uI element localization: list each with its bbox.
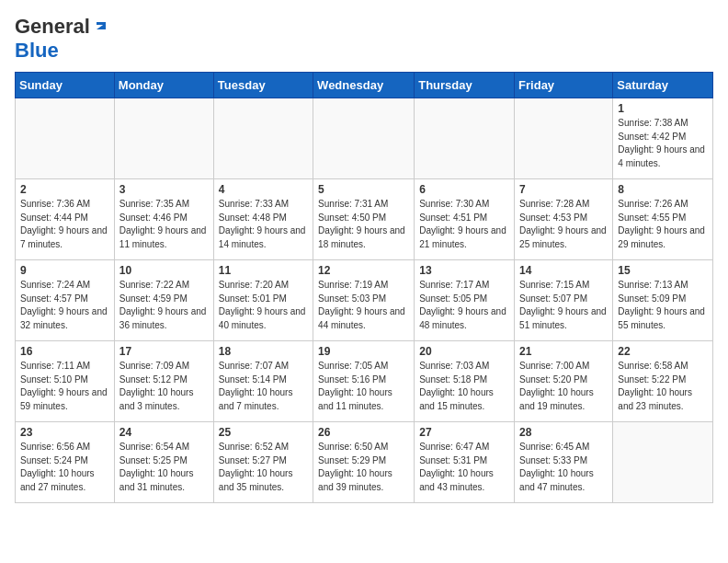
calendar-day-14: 14Sunrise: 7:15 AM Sunset: 5:07 PM Dayli… — [515, 260, 613, 341]
day-number: 25 — [219, 426, 308, 439]
day-info: Sunrise: 7:15 AM Sunset: 5:07 PM Dayligh… — [519, 279, 608, 332]
day-info: Sunrise: 6:58 AM Sunset: 5:22 PM Dayligh… — [618, 360, 708, 413]
logo-general-text: General — [15, 15, 90, 39]
logo: General Blue — [15, 15, 109, 63]
day-number: 10 — [119, 264, 209, 277]
day-number: 23 — [20, 426, 109, 439]
day-number: 17 — [119, 345, 209, 358]
calendar-day-6: 6Sunrise: 7:30 AM Sunset: 4:51 PM Daylig… — [415, 179, 515, 260]
day-info: Sunrise: 7:00 AM Sunset: 5:20 PM Dayligh… — [519, 360, 608, 413]
calendar-day-21: 21Sunrise: 7:00 AM Sunset: 5:20 PM Dayli… — [515, 341, 613, 422]
day-number: 4 — [219, 183, 308, 196]
day-info: Sunrise: 7:20 AM Sunset: 5:01 PM Dayligh… — [219, 279, 308, 332]
day-info: Sunrise: 7:03 AM Sunset: 5:18 PM Dayligh… — [419, 360, 509, 413]
calendar-day-12: 12Sunrise: 7:19 AM Sunset: 5:03 PM Dayli… — [313, 260, 415, 341]
logo-arrow-icon — [93, 17, 109, 37]
calendar-table: SundayMondayTuesdayWednesdayThursdayFrid… — [15, 72, 713, 503]
day-info: Sunrise: 7:05 AM Sunset: 5:16 PM Dayligh… — [318, 360, 409, 413]
calendar-day-13: 13Sunrise: 7:17 AM Sunset: 5:05 PM Dayli… — [415, 260, 515, 341]
day-number: 21 — [519, 345, 608, 358]
calendar-day-empty — [114, 98, 213, 179]
calendar-day-1: 1Sunrise: 7:38 AM Sunset: 4:42 PM Daylig… — [613, 98, 713, 179]
day-info: Sunrise: 7:26 AM Sunset: 4:55 PM Dayligh… — [618, 198, 708, 251]
day-info: Sunrise: 6:50 AM Sunset: 5:29 PM Dayligh… — [318, 441, 409, 494]
day-info: Sunrise: 7:28 AM Sunset: 4:53 PM Dayligh… — [519, 198, 608, 251]
calendar-week-3: 9Sunrise: 7:24 AM Sunset: 4:57 PM Daylig… — [16, 260, 713, 341]
calendar-day-empty — [313, 98, 415, 179]
calendar-day-5: 5Sunrise: 7:31 AM Sunset: 4:50 PM Daylig… — [313, 179, 415, 260]
day-info: Sunrise: 7:35 AM Sunset: 4:46 PM Dayligh… — [119, 198, 209, 251]
calendar-day-10: 10Sunrise: 7:22 AM Sunset: 4:59 PM Dayli… — [114, 260, 213, 341]
calendar-day-18: 18Sunrise: 7:07 AM Sunset: 5:14 PM Dayli… — [213, 341, 313, 422]
weekday-header-sunday: Sunday — [16, 73, 115, 98]
page-header: General Blue — [15, 15, 713, 63]
day-number: 26 — [318, 426, 409, 439]
day-number: 13 — [419, 264, 509, 277]
calendar-day-15: 15Sunrise: 7:13 AM Sunset: 5:09 PM Dayli… — [613, 260, 713, 341]
calendar-day-26: 26Sunrise: 6:50 AM Sunset: 5:29 PM Dayli… — [313, 422, 415, 503]
weekday-header-wednesday: Wednesday — [313, 73, 415, 98]
calendar-day-2: 2Sunrise: 7:36 AM Sunset: 4:44 PM Daylig… — [16, 179, 115, 260]
day-info: Sunrise: 7:38 AM Sunset: 4:42 PM Dayligh… — [618, 117, 708, 170]
day-number: 11 — [219, 264, 308, 277]
day-number: 15 — [618, 264, 708, 277]
day-number: 24 — [119, 426, 209, 439]
calendar-day-empty — [515, 98, 613, 179]
day-info: Sunrise: 7:31 AM Sunset: 4:50 PM Dayligh… — [318, 198, 409, 251]
calendar-week-1: 1Sunrise: 7:38 AM Sunset: 4:42 PM Daylig… — [16, 98, 713, 179]
day-info: Sunrise: 7:17 AM Sunset: 5:05 PM Dayligh… — [419, 279, 509, 332]
calendar-day-8: 8Sunrise: 7:26 AM Sunset: 4:55 PM Daylig… — [613, 179, 713, 260]
day-info: Sunrise: 7:36 AM Sunset: 4:44 PM Dayligh… — [20, 198, 109, 251]
weekday-header-monday: Monday — [114, 73, 213, 98]
day-info: Sunrise: 7:33 AM Sunset: 4:48 PM Dayligh… — [219, 198, 308, 251]
calendar-day-empty — [415, 98, 515, 179]
calendar-header-row: SundayMondayTuesdayWednesdayThursdayFrid… — [16, 73, 713, 98]
calendar-day-11: 11Sunrise: 7:20 AM Sunset: 5:01 PM Dayli… — [213, 260, 313, 341]
calendar-day-28: 28Sunrise: 6:45 AM Sunset: 5:33 PM Dayli… — [515, 422, 613, 503]
day-number: 9 — [20, 264, 109, 277]
day-number: 5 — [318, 183, 409, 196]
calendar-day-4: 4Sunrise: 7:33 AM Sunset: 4:48 PM Daylig… — [213, 179, 313, 260]
day-number: 3 — [119, 183, 209, 196]
calendar-day-23: 23Sunrise: 6:56 AM Sunset: 5:24 PM Dayli… — [16, 422, 115, 503]
calendar-day-17: 17Sunrise: 7:09 AM Sunset: 5:12 PM Dayli… — [114, 341, 213, 422]
day-info: Sunrise: 7:19 AM Sunset: 5:03 PM Dayligh… — [318, 279, 409, 332]
calendar-day-empty — [16, 98, 115, 179]
calendar-day-7: 7Sunrise: 7:28 AM Sunset: 4:53 PM Daylig… — [515, 179, 613, 260]
day-number: 12 — [318, 264, 409, 277]
calendar-day-27: 27Sunrise: 6:47 AM Sunset: 5:31 PM Dayli… — [415, 422, 515, 503]
day-info: Sunrise: 7:09 AM Sunset: 5:12 PM Dayligh… — [119, 360, 209, 413]
calendar-day-16: 16Sunrise: 7:11 AM Sunset: 5:10 PM Dayli… — [16, 341, 115, 422]
logo-blue-text: Blue — [15, 39, 59, 62]
day-info: Sunrise: 7:24 AM Sunset: 4:57 PM Dayligh… — [20, 279, 109, 332]
day-info: Sunrise: 7:11 AM Sunset: 5:10 PM Dayligh… — [20, 360, 109, 413]
day-number: 7 — [519, 183, 608, 196]
calendar-day-24: 24Sunrise: 6:54 AM Sunset: 5:25 PM Dayli… — [114, 422, 213, 503]
day-number: 19 — [318, 345, 409, 358]
day-info: Sunrise: 6:52 AM Sunset: 5:27 PM Dayligh… — [219, 441, 308, 494]
weekday-header-tuesday: Tuesday — [213, 73, 313, 98]
day-info: Sunrise: 6:47 AM Sunset: 5:31 PM Dayligh… — [419, 441, 509, 494]
calendar-day-25: 25Sunrise: 6:52 AM Sunset: 5:27 PM Dayli… — [213, 422, 313, 503]
day-info: Sunrise: 7:13 AM Sunset: 5:09 PM Dayligh… — [618, 279, 708, 332]
day-number: 1 — [618, 102, 708, 115]
calendar-day-19: 19Sunrise: 7:05 AM Sunset: 5:16 PM Dayli… — [313, 341, 415, 422]
calendar-week-4: 16Sunrise: 7:11 AM Sunset: 5:10 PM Dayli… — [16, 341, 713, 422]
weekday-header-thursday: Thursday — [415, 73, 515, 98]
day-info: Sunrise: 7:30 AM Sunset: 4:51 PM Dayligh… — [419, 198, 509, 251]
weekday-header-friday: Friday — [515, 73, 613, 98]
calendar-week-5: 23Sunrise: 6:56 AM Sunset: 5:24 PM Dayli… — [16, 422, 713, 503]
day-number: 6 — [419, 183, 509, 196]
day-info: Sunrise: 7:07 AM Sunset: 5:14 PM Dayligh… — [219, 360, 308, 413]
day-number: 18 — [219, 345, 308, 358]
day-number: 20 — [419, 345, 509, 358]
svg-rect-1 — [97, 22, 106, 25]
day-number: 16 — [20, 345, 109, 358]
calendar-day-empty — [613, 422, 713, 503]
day-number: 14 — [519, 264, 608, 277]
day-info: Sunrise: 6:45 AM Sunset: 5:33 PM Dayligh… — [519, 441, 608, 494]
day-number: 2 — [20, 183, 109, 196]
day-info: Sunrise: 6:54 AM Sunset: 5:25 PM Dayligh… — [119, 441, 209, 494]
day-number: 28 — [519, 426, 608, 439]
day-number: 22 — [618, 345, 708, 358]
